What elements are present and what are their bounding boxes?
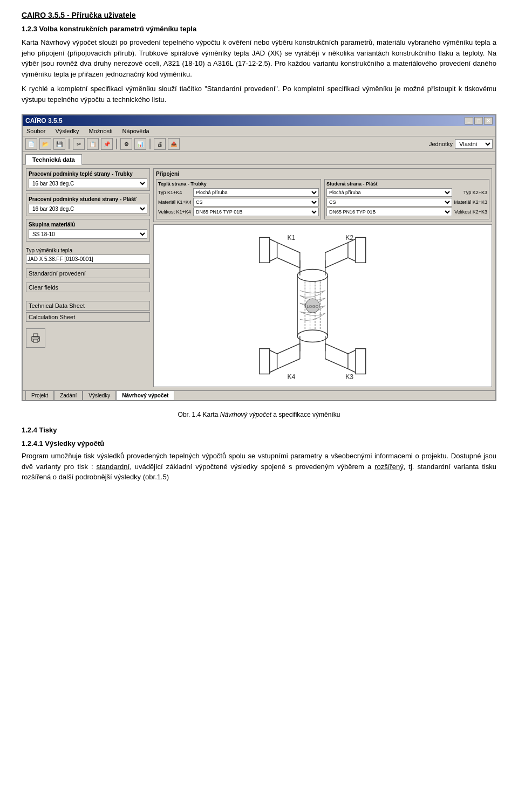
cold-side-dropdown[interactable]: 16 bar 203 deg.C (29, 204, 147, 214)
hot-side-group: Pracovní podmínky teplé strany - Trubky … (26, 168, 150, 191)
maximize-button[interactable]: □ (474, 117, 483, 125)
calculation-sheet-button[interactable]: Calculation Sheet (26, 312, 150, 322)
cut-button[interactable]: ✂ (73, 138, 85, 150)
svg-text:LOGO: LOGO (306, 304, 318, 309)
fig-caption-italic: Návrhový výpočet (220, 411, 271, 418)
section-title: 1.2.3 Volba konstrukčních parametrů výmě… (22, 25, 496, 33)
svg-line-11 (270, 350, 277, 354)
studena-strana-box: Studená strana - Plášť Plochá příruba Ty… (324, 179, 489, 219)
material-k2k3-dropdown[interactable]: CS (326, 198, 452, 207)
velikost-k1k4-label: Velikost K1+K4 (158, 209, 192, 215)
typ-k2k3-label: Typ K2+K3 (454, 190, 487, 195)
left-panel: Pracovní podmínky teplé strany - Trubky … (26, 168, 150, 387)
title-bar-buttons: _ □ ✕ (465, 117, 493, 125)
units-dropdown[interactable]: Vlastní (455, 139, 493, 149)
top-cap (297, 270, 328, 282)
velikost-k2k3-row: DN65 PN16 TYP 01B Velikost K2+K3 (326, 208, 487, 216)
minimize-button[interactable]: _ (465, 117, 473, 125)
menu-napoveda[interactable]: Nápověda (121, 127, 151, 135)
toolbar-sep3 (149, 139, 151, 149)
app-window: CAÏRO 3.5.5 _ □ ✕ Soubor Výsledky Možnos… (22, 114, 496, 401)
body-para2: K rychlé a kompletní specifikaci výměník… (22, 84, 496, 105)
body-para3: Program umožňuje tisk výsledků provedený… (22, 451, 496, 483)
typ-k2k3-dropdown[interactable]: Plochá příruba (326, 188, 452, 197)
standardni-link: standardní (97, 463, 130, 471)
toolbar-sep2 (116, 139, 117, 149)
typ-k1k4-dropdown[interactable]: Plochá příruba (193, 188, 319, 197)
k4-flange (277, 343, 300, 369)
tab-technicka-data[interactable]: Technická data (25, 154, 82, 165)
material-k1k4-dropdown[interactable]: CS (193, 198, 319, 207)
bottom-tab-vysledky[interactable]: Výsledky (83, 391, 116, 400)
open-button[interactable]: 📂 (39, 138, 51, 150)
svg-line-12 (348, 369, 356, 373)
title-bar: CAÏRO 3.5.5 _ □ ✕ (23, 115, 495, 126)
pripojeni-section: Připojení Teplá strana - Trubky Typ K1+K… (153, 168, 492, 222)
cold-side-group: Pracovní podmínky studené strany - Plášť… (26, 194, 150, 216)
k3-label: K3 (345, 373, 353, 381)
diagram-area: K1 K2 K3 K4 (153, 224, 492, 387)
bottom-cap (297, 330, 328, 342)
material-dropdown[interactable]: SS 18-10 (29, 229, 147, 239)
velikost-k1k4-dropdown[interactable]: DN65 PN16 TYP 01B (193, 208, 319, 216)
typ-k1k4-row: Typ K1+K4 Plochá příruba (158, 188, 319, 197)
k2-flange (325, 243, 348, 268)
material-label: Skupina materiálů (29, 222, 147, 228)
material-k2k3-row: CS Materiál K2+K3 (326, 198, 487, 207)
paste-button[interactable]: 📌 (101, 138, 113, 150)
print-toolbar-button[interactable]: 🖨 (154, 138, 166, 150)
output-buttons: Technical Data Sheet Calculation Sheet (26, 301, 150, 324)
print-button[interactable] (26, 328, 45, 348)
graph-button[interactable]: 📊 (134, 138, 146, 150)
fig-caption-pre: Obr. 1.4 Karta (178, 411, 220, 418)
material-group: Skupina materiálů SS 18-10 (26, 219, 150, 242)
export-button[interactable]: 📤 (168, 138, 180, 150)
print-icon (30, 332, 42, 344)
tab-strip: Technická data (23, 152, 495, 164)
type-label: Typ výměníku tepla (26, 247, 150, 253)
k4-label: K4 (287, 373, 295, 381)
cold-side-label: Pracovní podmínky studené strany - Plášť (29, 196, 147, 202)
pripojeni-columns: Teplá strana - Trubky Typ K1+K4 Plochá p… (156, 179, 489, 219)
bottom-tab-zadani[interactable]: Zadání (54, 391, 83, 400)
vysledky-title: 1.2.4.1 Výsledky výpočtů (22, 439, 496, 448)
bottom-tab-navrhovy[interactable]: Návrhový výpočet (116, 391, 174, 400)
menu-vysledky[interactable]: Výsledky (53, 127, 80, 135)
toolbar-sep1 (69, 139, 70, 149)
typ-k2k3-row: Plochá příruba Typ K2+K3 (326, 188, 487, 197)
tepla-title: Teplá strana - Trubky (158, 181, 319, 187)
close-button[interactable]: ✕ (484, 117, 493, 125)
svg-rect-3 (38, 338, 39, 339)
new-button[interactable]: 📄 (25, 138, 37, 150)
body-para1: Karta Návrhový výpočet slouží po provede… (22, 37, 496, 79)
units-label: Jednotky (429, 141, 453, 147)
standard-provedeni-button[interactable]: Standardní provedení (26, 269, 150, 278)
clear-fields-button[interactable]: Clear fields (26, 283, 150, 292)
velikost-k1k4-row: Velikost K1+K4 DN65 PN16 TYP 01B (158, 208, 319, 216)
calc-button[interactable]: ⚙ (120, 138, 132, 150)
svg-rect-1 (33, 339, 38, 342)
copy-button[interactable]: 📋 (87, 138, 99, 150)
menu-soubor[interactable]: Soubor (25, 127, 47, 135)
svg-line-6 (348, 258, 356, 262)
k3-flange (325, 343, 348, 369)
hot-side-dropdown[interactable]: 16 bar 203 deg.C (29, 178, 147, 188)
rozsireny-link: rozšířený (374, 463, 403, 471)
k4-pipe (260, 349, 270, 374)
velikost-k2k3-label: Velikost K2+K3 (454, 209, 487, 215)
k3-pipe (356, 349, 366, 374)
material-k2k3-label: Materiál K2+K3 (454, 199, 487, 205)
fig-caption-post: a specifikace výměníku (271, 411, 340, 418)
menu-moznosti[interactable]: Možnosti (87, 127, 114, 135)
velikost-k2k3-dropdown[interactable]: DN65 PN16 TYP 01B (326, 208, 452, 216)
tepla-strana-box: Teplá strana - Trubky Typ K1+K4 Plochá p… (156, 179, 321, 219)
bottom-tab-projekt[interactable]: Projekt (25, 391, 54, 400)
material-k1k4-label: Materiál K1+K4 (158, 199, 192, 205)
pripojeni-title: Připojení (156, 171, 489, 177)
type-group: Typ výměníku tepla JAD X 5.38.FF [0103-0… (26, 247, 150, 266)
tisky-title: 1.2.4 Tisky (22, 426, 496, 434)
technical-data-sheet-button[interactable]: Technical Data Sheet (26, 301, 150, 311)
right-panel: Připojení Teplá strana - Trubky Typ K1+K… (153, 168, 492, 387)
save-button[interactable]: 💾 (53, 138, 65, 150)
hx-diagram-svg: K1 K2 K3 K4 (220, 225, 425, 387)
